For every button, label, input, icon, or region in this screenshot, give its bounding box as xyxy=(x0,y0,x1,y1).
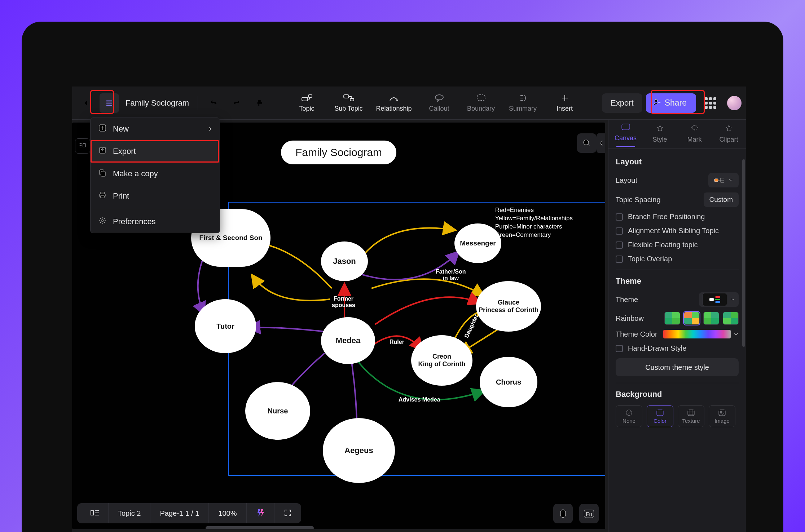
svg-point-24 xyxy=(101,220,104,222)
opt-flexible-floating[interactable]: Flexible Floating topic xyxy=(616,241,739,249)
tool-label: Boundary xyxy=(467,105,495,112)
tab-mark[interactable]: Mark xyxy=(677,120,712,148)
menu-item-preferences[interactable]: Preferences xyxy=(91,210,220,233)
user-avatar[interactable] xyxy=(727,96,742,110)
tool-label: Insert xyxy=(557,105,573,112)
tool-callout[interactable]: Callout xyxy=(425,90,454,116)
rainbow-swatch-3[interactable] xyxy=(703,312,719,325)
opt-hand-drawn[interactable]: Hand-Drawn Style xyxy=(616,344,739,353)
zoom-indicator[interactable]: 100% xyxy=(209,503,246,523)
svg-rect-14 xyxy=(688,410,694,416)
tool-insert[interactable]: Insert xyxy=(550,90,579,116)
h-scroll-thumb[interactable] xyxy=(206,526,314,529)
tab-style[interactable]: Style xyxy=(643,120,677,148)
theme-label: Theme xyxy=(616,296,638,304)
node-medea[interactable]: Medea xyxy=(321,317,375,364)
node-nurse[interactable]: Nurse xyxy=(245,382,310,440)
summary-icon xyxy=(518,93,528,103)
rainbow-label: Rainbow xyxy=(616,314,644,323)
tab-canvas[interactable]: Canvas xyxy=(608,120,643,148)
menu-item-export[interactable]: Export xyxy=(91,140,220,163)
bg-mode-color[interactable]: Color xyxy=(647,405,673,427)
tool-relationship[interactable]: Relationship xyxy=(376,90,412,116)
share-button[interactable]: Share xyxy=(646,93,696,113)
svg-rect-20 xyxy=(101,171,105,176)
section-title-layout: Layout xyxy=(616,157,739,167)
clipart-icon xyxy=(725,124,733,134)
opt-topic-overlap[interactable]: Topic Overlap xyxy=(616,255,739,263)
side-panel: Canvas Style Mark Clipart xyxy=(608,120,746,532)
mouse-mode-button[interactable] xyxy=(553,504,573,523)
fn-icon: Fn xyxy=(584,510,594,518)
document-title[interactable]: Family Sociogram xyxy=(123,93,192,113)
opt-align-sibling[interactable]: Alignment With Sibling Topic xyxy=(616,227,739,235)
layout-label: Layout xyxy=(616,176,637,185)
export-icon xyxy=(98,146,106,156)
chevron-down-icon xyxy=(729,178,733,182)
node-tutor[interactable]: Tutor xyxy=(195,299,256,353)
tool-label: Topic xyxy=(299,105,314,112)
outline-view-button[interactable] xyxy=(81,503,109,523)
theme-picker[interactable] xyxy=(699,292,739,307)
canvas-icon xyxy=(621,123,630,133)
bg-mode-none[interactable]: None xyxy=(616,405,642,427)
share-label: Share xyxy=(665,98,687,108)
spacing-picker[interactable]: Custom xyxy=(704,192,739,207)
menu-item-new[interactable]: New xyxy=(91,118,220,140)
plus-icon xyxy=(559,93,570,103)
menu-item-make-copy[interactable]: Make a copy xyxy=(91,163,220,185)
tab-clipart[interactable]: Clipart xyxy=(712,120,746,148)
svg-rect-0 xyxy=(302,97,308,101)
svg-rect-5 xyxy=(477,95,485,101)
chevron-down-icon[interactable] xyxy=(734,332,739,337)
tool-label: Relationship xyxy=(376,105,412,112)
hamburger-menu-button[interactable] xyxy=(100,93,119,113)
menu-item-print[interactable]: Print xyxy=(91,185,220,207)
bg-mode-texture[interactable]: Texture xyxy=(678,405,704,427)
format-painter-button[interactable] xyxy=(250,93,269,113)
svg-rect-1 xyxy=(308,95,312,97)
app-window: Family Sociogram Topic xyxy=(72,87,746,532)
rainbow-swatch-2[interactable] xyxy=(684,312,700,325)
plus-square-icon xyxy=(98,124,106,134)
tool-subtopic[interactable]: Sub Topic xyxy=(334,90,363,116)
back-button[interactable] xyxy=(76,93,96,113)
v-scroll-thumb[interactable] xyxy=(742,159,745,347)
node-glauce[interactable]: Glauce Princess of Corinth xyxy=(476,281,541,332)
svg-rect-13 xyxy=(657,410,663,416)
bg-mode-image[interactable]: Image xyxy=(709,405,735,427)
node-creon[interactable]: Creon King of Corinth xyxy=(411,335,472,386)
node-aegeus[interactable]: Aegeus xyxy=(323,418,395,483)
fullscreen-button[interactable] xyxy=(274,503,298,523)
svg-rect-23 xyxy=(101,196,104,198)
opt-branch-free[interactable]: Branch Free Positioning xyxy=(616,213,739,221)
topic-indicator[interactable]: Topic 2 xyxy=(109,503,150,523)
subtopic-icon xyxy=(343,93,354,103)
rainbow-swatch-1[interactable] xyxy=(664,312,680,325)
svg-rect-15 xyxy=(719,410,725,416)
spacing-label: Topic Spacing xyxy=(616,196,661,204)
side-panel-tabs: Canvas Style Mark Clipart xyxy=(608,120,746,148)
side-panel-body: Layout Layout Topic Spacing Custom xyxy=(608,148,746,532)
layout-picker[interactable] xyxy=(708,173,739,187)
rainbow-swatch-4[interactable] xyxy=(723,312,739,325)
fn-button[interactable]: Fn xyxy=(579,504,599,523)
node-messenger[interactable]: Messenger xyxy=(454,223,501,263)
custom-theme-button[interactable]: Custom theme style xyxy=(616,358,739,376)
relationship-icon xyxy=(388,93,399,103)
export-button[interactable]: Export xyxy=(602,93,642,113)
svg-rect-11 xyxy=(714,179,718,182)
theme-color-strip[interactable] xyxy=(663,330,731,338)
apps-grid-button[interactable] xyxy=(705,97,716,109)
tool-topic[interactable]: Topic xyxy=(292,90,321,116)
tool-boundary[interactable]: Boundary xyxy=(467,90,496,116)
redo-button[interactable] xyxy=(227,93,246,113)
undo-button[interactable] xyxy=(204,93,223,113)
brand-presenter-button[interactable] xyxy=(247,503,274,523)
node-jason[interactable]: Jason xyxy=(321,241,368,281)
tool-summary[interactable]: Summary xyxy=(509,90,537,116)
tool-label: Sub Topic xyxy=(334,105,363,112)
page-indicator[interactable]: Page-1 1 / 1 xyxy=(150,503,209,523)
node-chorus[interactable]: Chorus xyxy=(480,357,537,407)
tool-label: Summary xyxy=(509,105,537,112)
